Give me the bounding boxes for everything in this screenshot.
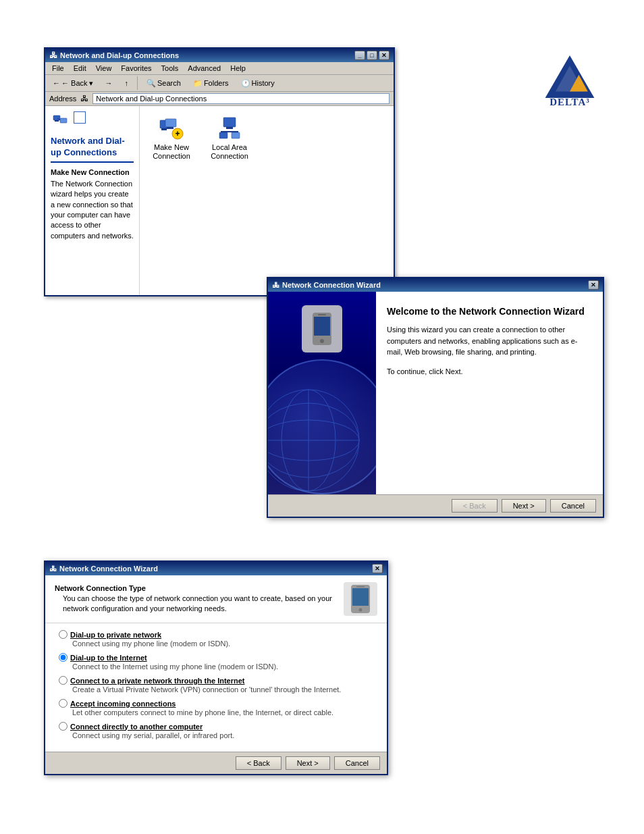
menu-edit[interactable]: Edit <box>70 63 90 74</box>
svg-rect-29 <box>352 588 369 606</box>
wizard-large-footer: < Back Next > Cancel <box>268 494 603 517</box>
explorer-menubar: File Edit View Favorites Tools Advanced … <box>45 62 394 75</box>
option-dialup-private-label[interactable]: Dial-up to private network <box>59 630 373 639</box>
svg-rect-31 <box>356 586 365 588</box>
option-dialup-private-radio[interactable] <box>59 630 68 639</box>
option-dialup-private-desc: Connect using my phone line (modem or IS… <box>59 640 373 648</box>
svg-text:+: + <box>175 129 180 138</box>
option-dialup-internet-radio[interactable] <box>59 653 68 662</box>
toolbar-separator-1 <box>137 76 138 90</box>
menu-view[interactable]: View <box>92 63 116 74</box>
wizard-bottom-title-icon: 🖧 <box>49 565 57 573</box>
delta-logo-svg <box>543 54 597 99</box>
wizard-large-close-button[interactable]: ✕ <box>588 280 599 290</box>
explorer-toolbar: ← ← Back ▾ → ↑ 🔍 Search 📁 Folders 🕐 Hist… <box>45 75 394 92</box>
sidebar-title: Network and Dial-up Connections <box>51 136 134 163</box>
wizard-large-titlebar-buttons: ✕ <box>588 280 599 290</box>
up-button[interactable]: ↑ <box>120 78 134 88</box>
search-icon: 🔍 <box>146 79 156 88</box>
close-button[interactable]: ✕ <box>379 51 390 60</box>
explorer-sidebar: Network and Dial-up Connections Make New… <box>45 106 140 295</box>
phone-svg <box>307 311 337 346</box>
wizard-phone-icon <box>302 305 342 353</box>
globe-svg <box>268 386 363 494</box>
explorer-title-icon: 🖧 <box>49 51 57 60</box>
make-new-label: Make New Connection <box>148 142 195 161</box>
option-dialup-internet: Dial-up to the Internet Connect to the I… <box>59 653 373 671</box>
menu-advanced[interactable]: Advanced <box>184 63 225 74</box>
option-direct-connect-radio[interactable] <box>59 722 68 731</box>
wizard-large-titlebar: 🖧 Network Connection Wizard ✕ <box>268 278 603 292</box>
titlebar-buttons: _ □ ✕ <box>354 51 390 60</box>
make-new-connection-img: + <box>158 114 185 141</box>
svg-rect-13 <box>223 118 236 127</box>
sidebar-network-icon <box>51 111 70 130</box>
svg-rect-9 <box>161 128 167 130</box>
address-value[interactable]: Network and Dial-up Connections <box>92 93 390 104</box>
wizard-bottom-back-button[interactable]: < Back <box>236 756 281 770</box>
local-area-icon-svg <box>217 115 242 140</box>
svg-rect-4 <box>55 120 59 122</box>
option-accept-incoming-radio[interactable] <box>59 699 68 708</box>
wizard-bottom-title-text: Network Connection Wizard <box>59 565 158 573</box>
option-vpn-desc: Create a Virtual Private Network (VPN) c… <box>59 685 373 694</box>
make-new-connection-icon[interactable]: + Make New Connection <box>148 114 195 161</box>
option-accept-incoming: Accept incoming connections Let other co… <box>59 699 373 716</box>
svg-rect-8 <box>165 119 176 127</box>
svg-rect-16 <box>219 132 227 138</box>
option-accept-incoming-label[interactable]: Accept incoming connections <box>59 699 373 708</box>
option-dialup-internet-label[interactable]: Dial-up to the Internet <box>59 653 373 662</box>
wizard-bottom-titlebar-buttons: ✕ <box>372 564 383 573</box>
svg-point-20 <box>320 339 324 343</box>
search-button[interactable]: 🔍 Search <box>142 78 186 89</box>
wizard-options-body: Dial-up to private network Connect using… <box>45 623 387 752</box>
wizard-welcome-title: Welcome to the Network Connection Wizard <box>387 305 592 317</box>
explorer-title-text: Network and Dial-up Connections <box>60 51 352 59</box>
back-dropdown-icon[interactable]: ▾ <box>89 79 93 88</box>
option-direct-connect-label[interactable]: Connect directly to another computer <box>59 722 373 731</box>
sidebar-desc: The Network Connection wizard helps you … <box>51 179 134 241</box>
menu-file[interactable]: File <box>48 63 68 74</box>
svg-rect-14 <box>226 127 233 129</box>
up-icon: ↑ <box>125 79 129 87</box>
wizard-header-phone-svg <box>347 584 374 614</box>
option-vpn-radio[interactable] <box>59 676 68 685</box>
wizard-bottom-cancel-button[interactable]: Cancel <box>334 756 380 770</box>
wizard-bottom-titlebar: 🖧 Network Connection Wizard ✕ <box>45 562 387 575</box>
wizard-section-desc: You can choose the type of network conne… <box>55 594 344 615</box>
wizard-large-back-button[interactable]: < Back <box>452 499 498 513</box>
sidebar-box-icon <box>74 111 86 124</box>
maximize-button[interactable]: □ <box>367 51 377 60</box>
svg-point-30 <box>359 608 363 612</box>
option-dialup-private: Dial-up to private network Connect using… <box>59 630 373 648</box>
explorer-titlebar: 🖧 Network and Dial-up Connections _ □ ✕ <box>45 49 394 62</box>
local-area-connection-icon[interactable]: Local Area Connection <box>206 114 253 161</box>
back-button[interactable]: ← ← Back ▾ <box>48 78 98 89</box>
wizard-large-cancel-button[interactable]: Cancel <box>550 499 596 513</box>
option-vpn-label[interactable]: Connect to a private network through the… <box>59 676 373 685</box>
explorer-main: + Make New Connection Local Area Conne <box>140 106 394 295</box>
wizard-bottom-close-button[interactable]: ✕ <box>372 564 383 573</box>
menu-tools[interactable]: Tools <box>157 63 183 74</box>
folders-button[interactable]: 📁 Folders <box>188 78 234 89</box>
wizard-bottom-next-button[interactable]: Next > <box>286 756 330 770</box>
menu-favorites[interactable]: Favorites <box>117 63 155 74</box>
forward-button[interactable]: → <box>101 78 117 88</box>
minimize-button[interactable]: _ <box>354 51 365 60</box>
wizard-bottom-footer: < Back Next > Cancel <box>45 752 387 774</box>
wizard-bottom-header: Network Connection Type You can choose t… <box>45 575 387 623</box>
wizard-welcome-desc1: Using this wizard you can create a conne… <box>387 324 592 358</box>
wizard-left-panel <box>268 292 376 494</box>
explorer-addressbar: Address 🖧 Network and Dial-up Connection… <box>45 92 394 106</box>
delta-text: DELTA³ <box>549 97 590 108</box>
local-area-img <box>216 114 243 141</box>
menu-help[interactable]: Help <box>226 63 250 74</box>
history-button[interactable]: 🕐 History <box>236 78 279 89</box>
wizard-header-icon <box>344 582 377 616</box>
wizard-large-next-button[interactable]: Next > <box>502 499 546 513</box>
svg-rect-17 <box>232 132 240 138</box>
address-icon: 🖧 <box>80 94 88 103</box>
svg-rect-21 <box>318 314 326 315</box>
option-accept-incoming-desc: Let other computers connect to mine by p… <box>59 708 373 716</box>
svg-rect-5 <box>60 118 67 123</box>
